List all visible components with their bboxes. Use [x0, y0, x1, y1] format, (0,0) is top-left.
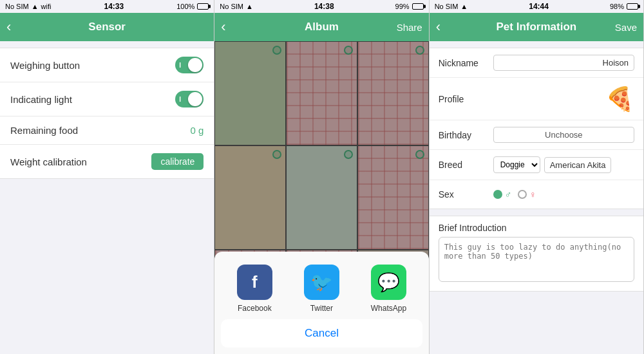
sensor-content: Weighing button I Indicating light I Rem… — [0, 41, 214, 354]
twitter-icon: 🐦 — [304, 265, 339, 300]
female-symbol: ♀ — [529, 189, 536, 200]
status-left-2: No SIM ▲ — [220, 3, 253, 10]
sensor-nav-title: Sensor — [88, 21, 126, 33]
pet-info-panel: No SIM ▲ 14:44 98% ‹ Pet Information Sav… — [430, 0, 644, 354]
clock-3: 14:44 — [529, 2, 549, 11]
status-left-3: No SIM ▲ — [435, 3, 468, 10]
sex-male-option[interactable]: ♂ — [493, 189, 512, 200]
clock-2: 14:38 — [314, 2, 334, 11]
pet-avatar[interactable]: 🍕 — [605, 84, 634, 113]
birthday-label: Birthday — [439, 130, 493, 140]
whatsapp-icon: 💬 — [371, 265, 406, 300]
status-right-3: 98% — [610, 3, 638, 10]
profile-area: 🍕 — [493, 84, 634, 113]
share-facebook[interactable]: f Facebook — [237, 265, 272, 313]
brief-section: Brief Introduction — [430, 216, 643, 292]
sex-male-radio — [493, 190, 502, 199]
remaining-food-value: 0 g — [190, 125, 204, 136]
breed-label: Breed — [439, 160, 493, 170]
sex-row: Sex ♂ ♀ — [430, 180, 643, 209]
weighing-button-row: Weighing button I — [0, 48, 214, 82]
album-nav-bar: ‹ Album Share — [214, 13, 428, 41]
pet-back-button[interactable]: ‹ — [436, 20, 440, 34]
sensor-settings-section: Weighing button I Indicating light I Rem… — [0, 48, 214, 179]
share-sheet: f Facebook 🐦 Twitter 💬 WhatsApp Cancel — [214, 252, 428, 354]
status-left-1: No SIM ▲ wifi — [5, 3, 51, 10]
pet-info-section: Nickname Profile 🍕 Birthday Unchoose Bre… — [430, 48, 643, 209]
remaining-food-row: Remaining food 0 g — [0, 116, 214, 145]
weight-calibration-label: Weight calibration — [10, 156, 87, 167]
wifi-icon-1: wifi — [41, 3, 52, 10]
sensor-panel: No SIM ▲ wifi 14:33 100% ‹ Sensor Weighi… — [0, 0, 214, 354]
birthday-row: Birthday Unchoose — [430, 120, 643, 150]
sensor-nav-bar: ‹ Sensor — [0, 13, 214, 41]
status-right-2: 99% — [395, 3, 424, 10]
profile-label: Profile — [439, 94, 493, 104]
album-share-button[interactable]: Share — [397, 22, 422, 33]
weight-calibration-row: Weight calibration calibrate — [0, 145, 214, 178]
brief-intro-label: Brief Introduction — [439, 223, 634, 233]
birthday-button[interactable]: Unchoose — [493, 127, 634, 143]
status-right-1: 100% — [176, 3, 209, 10]
calibrate-button[interactable]: calibrate — [151, 153, 204, 170]
share-twitter[interactable]: 🐦 Twitter — [304, 265, 339, 313]
sim-status-2: No SIM — [220, 3, 243, 10]
indicating-light-label: Indicating light — [10, 94, 72, 105]
sex-options: ♂ ♀ — [493, 189, 634, 200]
sex-female-option[interactable]: ♀ — [518, 189, 536, 200]
indicating-toggle-knob — [188, 92, 202, 106]
twitter-label: Twitter — [310, 304, 333, 313]
share-icons-row: f Facebook 🐦 Twitter 💬 WhatsApp — [221, 265, 422, 313]
battery-pct-3: 98% — [610, 3, 624, 10]
indicating-toggle[interactable]: I — [175, 91, 204, 107]
nickname-label: Nickname — [439, 58, 493, 68]
indicating-light-row: Indicating light I — [0, 82, 214, 116]
cancel-button[interactable]: Cancel — [221, 319, 422, 348]
share-sheet-overlay: f Facebook 🐦 Twitter 💬 WhatsApp Cancel — [214, 41, 428, 354]
signal-icon-3: ▲ — [460, 3, 468, 10]
cancel-label: Cancel — [305, 327, 339, 339]
sim-status-3: No SIM — [435, 3, 459, 10]
status-bar-3: No SIM ▲ 14:44 98% — [430, 0, 643, 13]
nickname-row: Nickname — [430, 48, 643, 78]
sex-female-radio — [518, 190, 527, 199]
breed-value: American Akita — [544, 157, 612, 173]
status-bar-1: No SIM ▲ wifi 14:33 100% — [0, 0, 214, 13]
weighing-toggle-knob — [188, 58, 202, 72]
weighing-toggle[interactable]: I — [175, 57, 204, 73]
battery-icon-2 — [412, 3, 424, 10]
pet-nav-bar: ‹ Pet Information Save — [430, 13, 643, 41]
share-whatsapp[interactable]: 💬 WhatsApp — [371, 265, 406, 313]
whatsapp-label: WhatsApp — [371, 304, 406, 313]
battery-icon-1 — [197, 3, 209, 10]
battery-pct-2: 99% — [395, 3, 410, 10]
facebook-label: Facebook — [238, 304, 272, 313]
pet-content: Nickname Profile 🍕 Birthday Unchoose Bre… — [430, 41, 643, 354]
sim-status-1: No SIM — [5, 3, 29, 10]
breed-select[interactable]: Doggie — [493, 156, 540, 173]
profile-row: Profile 🍕 — [430, 78, 643, 120]
clock-1: 14:33 — [104, 2, 124, 11]
sensor-back-button[interactable]: ‹ — [6, 20, 11, 34]
pet-nav-title: Pet Information — [496, 21, 576, 33]
pet-save-button[interactable]: Save — [615, 22, 637, 33]
breed-row: Breed Doggie American Akita — [430, 150, 643, 180]
brief-intro-textarea[interactable] — [439, 237, 634, 282]
album-back-button[interactable]: ‹ — [221, 20, 225, 34]
album-nav-title: Album — [305, 21, 339, 33]
remaining-food-label: Remaining food — [10, 125, 78, 136]
nickname-input[interactable] — [493, 55, 634, 71]
signal-icon-1: ▲ — [32, 3, 39, 10]
battery-pct-1: 100% — [176, 3, 194, 10]
battery-icon-3 — [627, 3, 638, 10]
breed-controls: Doggie American Akita — [493, 156, 634, 173]
male-symbol: ♂ — [505, 189, 512, 200]
status-bar-2: No SIM ▲ 14:38 99% — [214, 0, 428, 13]
signal-icon-2: ▲ — [246, 3, 253, 10]
sex-label: Sex — [439, 189, 493, 200]
album-panel: No SIM ▲ 14:38 99% ‹ Album Share — [214, 0, 429, 354]
facebook-icon: f — [237, 265, 272, 300]
weighing-button-label: Weighing button — [10, 60, 80, 71]
